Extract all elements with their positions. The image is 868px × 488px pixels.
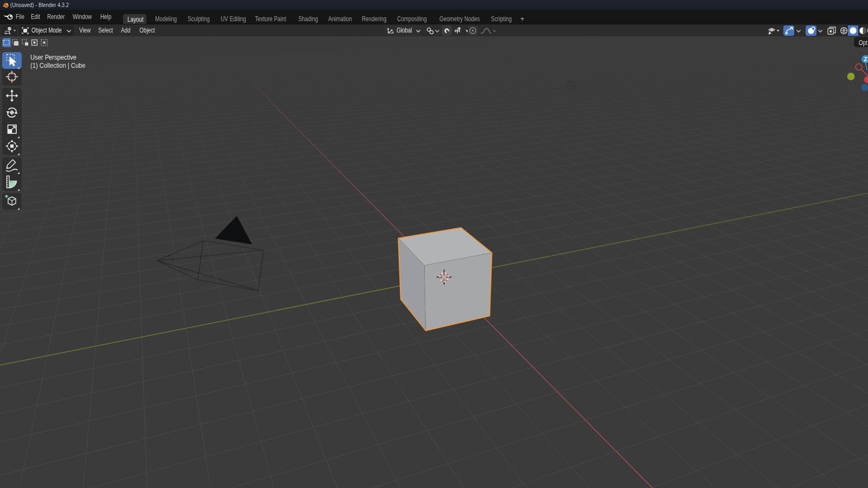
- svg-text:Z: Z: [864, 56, 867, 62]
